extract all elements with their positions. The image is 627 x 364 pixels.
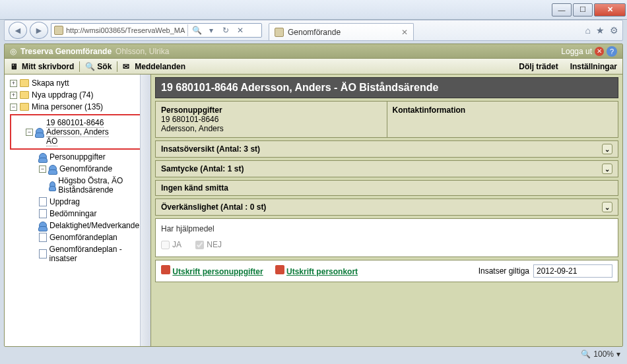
tree-new-assignments[interactable]: + Nya uppdrag (74) bbox=[10, 89, 148, 101]
tree-label: Nya uppdrag (74) bbox=[32, 90, 93, 100]
tree-label: Delaktighet/Medverkande bbox=[50, 221, 139, 230]
tree-label: Genomförande bbox=[59, 164, 112, 173]
tree-person-ao: ÄO bbox=[46, 136, 57, 146]
app-frame: ◎ Treserva Genomförande Ohlsson, Ulrika … bbox=[4, 44, 623, 347]
app-titlebar: ◎ Treserva Genomförande Ohlsson, Ulrika … bbox=[5, 44, 622, 59]
tree-uppdrag[interactable]: Uppdrag bbox=[10, 196, 148, 208]
hjalpmedel-ja[interactable]: JA bbox=[161, 240, 182, 249]
collapse-icon[interactable]: − bbox=[39, 166, 46, 173]
document-icon bbox=[39, 197, 47, 206]
tree-selected-person[interactable]: − 19 680101-8646 Adersson, Anders ÄO bbox=[10, 114, 148, 150]
valid-label: Insatser giltiga bbox=[478, 266, 529, 276]
section-label: Överkänslighet (Antal : 0 st) bbox=[161, 202, 266, 212]
document-icon bbox=[39, 249, 47, 258]
pdf-icon bbox=[161, 265, 170, 274]
toolbar-desktop[interactable]: Mitt skrivbord bbox=[22, 62, 74, 71]
back-button[interactable]: ◄ bbox=[9, 22, 27, 39]
section-insats[interactable]: Insatsöversikt (Antal: 3 st) ⌄ bbox=[155, 140, 618, 158]
tools-icon[interactable]: ⚙ bbox=[610, 25, 618, 36]
logout-label[interactable]: Logga ut bbox=[561, 47, 592, 56]
favorites-icon[interactable]: ★ bbox=[596, 25, 605, 36]
section-samtycke[interactable]: Samtycke (Antal: 1 st) ⌄ bbox=[155, 160, 618, 177]
toolbar-messages[interactable]: Meddelanden bbox=[135, 62, 185, 71]
expand-icon[interactable]: + bbox=[10, 80, 17, 87]
tree-label: Skapa nytt bbox=[32, 78, 69, 88]
logout-icon[interactable]: ✕ bbox=[595, 47, 604, 56]
search-icon[interactable]: 🔍 bbox=[191, 24, 203, 36]
tree-genplan-insatser[interactable]: Genomförandeplan - insatser bbox=[10, 243, 148, 264]
browser-statusbar: 🔍 100% ▾ bbox=[581, 348, 620, 360]
chevron-down-icon[interactable]: ⌄ bbox=[602, 144, 612, 154]
messages-icon: ✉ bbox=[123, 62, 132, 71]
expand-icon[interactable]: + bbox=[10, 92, 17, 99]
close-button[interactable]: ✕ bbox=[594, 3, 626, 16]
checkbox-nej[interactable] bbox=[195, 241, 204, 249]
tree-bistand[interactable]: Högsbo Östra, ÄO Biståndsärende bbox=[10, 175, 148, 196]
chevron-down-icon[interactable]: ⌄ bbox=[602, 202, 612, 212]
tree-personuppgifter[interactable]: Personuppgifter bbox=[10, 151, 148, 163]
window-titlebar: — ☐ ✕ bbox=[0, 0, 627, 20]
document-icon bbox=[39, 233, 47, 242]
bottom-bar: Utskrift personuppgifter Utskrift person… bbox=[155, 260, 618, 282]
tree-label: Genomförandeplan - insatser bbox=[50, 245, 148, 263]
section-overkanslighet[interactable]: Överkänslighet (Antal : 0 st) ⌄ bbox=[155, 198, 618, 216]
person-icon bbox=[36, 128, 44, 136]
toolbar-hide-tree[interactable]: Dölj trädet bbox=[519, 62, 558, 71]
forward-button[interactable]: ► bbox=[30, 22, 48, 39]
home-icon[interactable]: ⌂ bbox=[585, 25, 591, 36]
hjalpmedel-label: Har hjälpmedel bbox=[161, 224, 612, 233]
chevron-down-icon[interactable]: ⌄ bbox=[602, 164, 612, 174]
tree-bedomningar[interactable]: Bedömningar bbox=[10, 208, 148, 220]
personuppgifter-pnr: 19 680101-8646 bbox=[161, 115, 218, 124]
tree-panel: + Skapa nytt + Nya uppdrag (74) − Mina p… bbox=[5, 75, 151, 346]
folder-icon bbox=[20, 79, 29, 87]
valid-date-input[interactable] bbox=[533, 264, 612, 278]
section-label: Samtycke (Antal: 1 st) bbox=[161, 164, 244, 173]
ie-toolbar: ◄ ► http://wmsi003865/TreservaWeb_MA 🔍 ▾… bbox=[4, 20, 623, 41]
checkbox-ja[interactable] bbox=[161, 241, 170, 249]
collapse-icon[interactable]: − bbox=[26, 129, 33, 136]
collapse-icon[interactable]: − bbox=[10, 104, 17, 111]
browser-tab[interactable]: Genomförande ✕ bbox=[269, 23, 414, 40]
app-user: Ohlsson, Ulrika bbox=[116, 47, 169, 56]
stop-icon[interactable]: ✕ bbox=[234, 24, 246, 36]
desktop-icon: 🖥 bbox=[10, 62, 19, 71]
app-title-text: Treserva Genomförande bbox=[20, 47, 112, 56]
minimize-button[interactable]: — bbox=[552, 3, 572, 16]
tree-genplan[interactable]: Genomförandeplan bbox=[10, 231, 148, 243]
tree-label: Personuppgifter bbox=[50, 152, 106, 162]
tab-title: Genomförande bbox=[288, 28, 341, 37]
page-title: 19 680101-8646 Adersson, Anders - ÄO Bis… bbox=[155, 77, 618, 98]
tree-genomforande[interactable]: − Genomförande bbox=[10, 163, 148, 175]
content-panel: 19 680101-8646 Adersson, Anders - ÄO Bis… bbox=[151, 75, 622, 346]
toolbar-search[interactable]: Sök bbox=[97, 62, 112, 71]
pdf-icon bbox=[275, 265, 284, 274]
document-icon bbox=[39, 209, 47, 218]
print-personkort[interactable]: Utskrift personkort bbox=[275, 265, 358, 276]
personuppgifter-heading: Personuppgifter bbox=[161, 106, 222, 115]
zoom-icon[interactable]: 🔍 bbox=[581, 349, 591, 359]
address-bar[interactable]: http://wmsi003865/TreservaWeb_MA 🔍 ▾ ↻ ✕ bbox=[51, 23, 262, 38]
tree-create-new[interactable]: + Skapa nytt bbox=[10, 77, 148, 89]
print-personuppgifter[interactable]: Utskrift personuppgifter bbox=[161, 265, 263, 276]
zoom-dropdown-icon[interactable]: ▾ bbox=[616, 349, 620, 359]
refresh-icon[interactable]: ↻ bbox=[220, 24, 232, 36]
maximize-button[interactable]: ☐ bbox=[573, 3, 593, 16]
folder-icon bbox=[20, 91, 29, 99]
help-icon[interactable]: ? bbox=[607, 46, 617, 57]
tree-delaktighet[interactable]: Delaktighet/Medverkande bbox=[10, 220, 148, 231]
section-label: Ingen känd smitta bbox=[161, 183, 228, 193]
toolbar-settings[interactable]: Inställningar bbox=[570, 62, 617, 71]
tree-person-name: Adersson, Anders bbox=[46, 127, 109, 137]
hjalpmedel-box: Har hjälpmedel JA NEJ bbox=[155, 218, 618, 257]
tree-my-persons[interactable]: − Mina personer (135) bbox=[10, 101, 148, 113]
app-toolbar: 🖥 Mitt skrivbord 🔍 Sök ✉ Meddelanden Döl… bbox=[5, 59, 622, 75]
tree-label: Mina personer (135) bbox=[32, 102, 103, 111]
tree-scrollbar[interactable] bbox=[140, 75, 150, 346]
person-icon bbox=[50, 181, 55, 189]
dropdown-icon[interactable]: ▾ bbox=[205, 24, 217, 36]
kontakt-heading: Kontaktinformation bbox=[393, 106, 466, 115]
tab-close-icon[interactable]: ✕ bbox=[401, 28, 408, 37]
app-icon: ◎ bbox=[10, 47, 16, 56]
hjalpmedel-nej[interactable]: NEJ bbox=[195, 240, 222, 249]
